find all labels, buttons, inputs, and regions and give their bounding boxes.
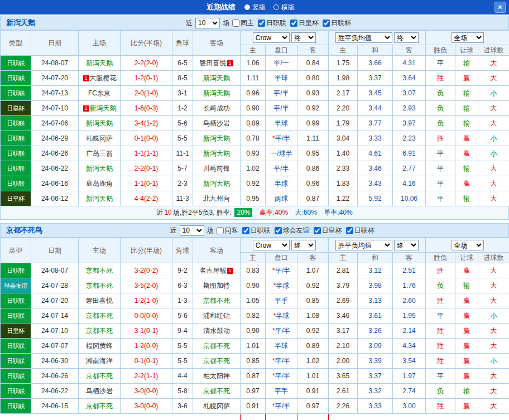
league-filter-checkbox[interactable] — [275, 227, 282, 234]
date-cell: 24-06-30 — [31, 354, 79, 369]
odds-home-cell: 1.06 — [241, 56, 266, 71]
avg-draw-cell: 3.37 — [358, 71, 393, 86]
odds-home-cell: 0.87 — [241, 369, 266, 384]
corners-cell: 5-5 — [172, 354, 193, 369]
avg-stage-select[interactable]: 终 — [394, 240, 419, 250]
recent-count-select[interactable]: 10 — [195, 18, 220, 28]
result-cell: 胜 — [426, 263, 455, 278]
odds-home-cell: 0.95 — [241, 191, 266, 206]
odds-company-select[interactable]: Crow — [253, 32, 290, 43]
near-label: 近 — [186, 18, 193, 28]
recent-count-select[interactable]: 10 — [180, 225, 204, 236]
goals-result-cell: 大 — [478, 56, 509, 71]
match-row: 日职联24-06-15京都不死3-0(0-0)3-6札幌冈萨0.91*平/半0.… — [1, 399, 509, 414]
scope-select[interactable]: 全场 — [452, 32, 484, 43]
handicap-cell: *半球 — [266, 308, 297, 324]
league-filter[interactable]: 日职联 — [242, 226, 271, 235]
date-cell: 24-07-28 — [31, 278, 79, 293]
away-team-cell: 新泻天鹅 — [193, 131, 241, 146]
goals-result-cell: 小 — [478, 354, 509, 369]
date-cell: 24-07-10 — [31, 324, 79, 339]
odds-away-cell: 1.01 — [297, 369, 329, 384]
result-cell: 胜 — [426, 71, 455, 86]
avg-draw-cell: 3.37 — [358, 369, 393, 384]
col-home-header: 主场 — [79, 238, 121, 263]
score-cell: 2-0(1-0) — [121, 86, 172, 101]
league-filter[interactable]: 日联杯 — [346, 226, 374, 235]
league-filter-checkbox[interactable] — [323, 20, 330, 27]
sub-avg-home-header: 主 — [329, 253, 358, 263]
goals-result-cell: 大 — [478, 116, 509, 131]
league-badge: 日职联 — [1, 146, 31, 161]
odds-home-cell: 0.78 — [241, 131, 266, 146]
league-filter-checkbox[interactable] — [346, 227, 353, 234]
avg-stage-select[interactable]: 终 — [394, 32, 419, 43]
odds-home-cell: 0.91 — [241, 399, 266, 414]
handicap-cell: *平/半 — [266, 263, 297, 278]
corners-cell: 9-2 — [172, 263, 193, 278]
league-filter-checkbox[interactable] — [242, 227, 249, 234]
league-badge: 日职联 — [1, 339, 31, 353]
league-badge: 日职联 — [1, 399, 31, 413]
avg-home-cell: 2.20 — [329, 101, 358, 116]
score-cell: 1-1(1-1) — [121, 146, 172, 161]
same-venue-filter[interactable]: 同客 — [217, 226, 238, 235]
league-filter[interactable]: 日皇杯 — [290, 18, 319, 28]
handicap-result-cell: 赢 — [455, 354, 478, 369]
league-filter[interactable]: 球会友谊 — [275, 226, 310, 235]
unit-label: 场 — [223, 18, 229, 28]
goals-result-cell: 大 — [478, 399, 509, 414]
result-cell: 胜 — [426, 354, 455, 369]
home-team-cell: 福冈黄蜂 — [79, 339, 121, 354]
match-row: 日职联24-07-14京都不死0-0(0-0)5-6浦和红钻0.82*半球1.0… — [1, 308, 509, 324]
home-team-cell: FC东京 — [79, 86, 121, 101]
same-venue-checkbox[interactable] — [232, 20, 239, 27]
match-row: 日职联24-06-30湘南海洋0-1(0-1)5-5京都不死0.85*平/半1.… — [1, 354, 509, 369]
odds-stage-select[interactable]: 终 — [291, 32, 316, 43]
matches-table: 类型 日期 主场 比分(半场) 角球 客场 Crow 终 胜平负均值 终 — [0, 238, 509, 420]
odds-home-cell: 0.85 — [241, 354, 266, 369]
date-cell: 24-07-20 — [31, 293, 79, 308]
match-row: 日皇杯24-07-101新泻天鹅1-6(0-3)1-2长崎成功0.90平/半0.… — [1, 101, 509, 116]
league-badge: 日职联 — [1, 131, 31, 146]
unit-label: 场 — [207, 226, 214, 235]
avg-select-group: 胜平负均值 终 — [329, 238, 426, 253]
same-venue-checkbox[interactable] — [217, 227, 224, 234]
match-row: 日职联24-07-07福冈黄蜂1-2(0-0)5-5京都不死1.01半球0.89… — [1, 339, 509, 354]
avg-home-cell: 3.65 — [329, 369, 358, 384]
scope-select[interactable]: 全场 — [452, 240, 484, 250]
league-filter[interactable]: 日皇杯 — [314, 226, 342, 235]
avg-home-cell: 1.40 — [329, 146, 358, 161]
corners-cell: 11-1 — [172, 146, 193, 161]
sub-result-header: 胜负 — [426, 45, 455, 56]
date-cell: 24-07-13 — [31, 86, 79, 101]
league-filter-checkbox[interactable] — [290, 20, 297, 27]
home-team-cell: 京都不死 — [79, 324, 121, 339]
odds-away-cell: 0.85 — [297, 293, 329, 308]
close-button[interactable]: × — [494, 2, 506, 13]
league-filter[interactable]: 日职联 — [258, 18, 286, 28]
horizontal-layout-label[interactable]: 横版 — [281, 3, 295, 12]
result-cell: 负 — [426, 384, 455, 399]
league-filter-checkbox[interactable] — [314, 227, 321, 234]
score-cell: 3-2(0-2) — [121, 263, 172, 278]
corners-cell: 8-5 — [172, 71, 193, 86]
vertical-layout-label[interactable]: 竖版 — [252, 3, 266, 12]
odds-stage-select[interactable]: 终 — [291, 240, 316, 250]
away-team-cell: 磐田喜悦1 — [193, 56, 241, 71]
league-badge: 日职联 — [1, 161, 31, 176]
handicap-cell: *平/半 — [266, 131, 297, 146]
league-filter-checkbox[interactable] — [258, 20, 265, 27]
vertical-layout-radio[interactable] — [244, 4, 250, 10]
same-venue-filter[interactable]: 同主 — [232, 18, 254, 28]
league-filter[interactable]: 日联杯 — [323, 18, 351, 28]
avg-type-select[interactable]: 胜平负均值 — [335, 240, 392, 250]
avg-type-select[interactable]: 胜平负均值 — [335, 32, 392, 43]
odds-company-select[interactable]: Crow — [253, 240, 290, 250]
corners-cell: 4-4 — [172, 369, 193, 384]
sub-result-header: 胜负 — [426, 253, 455, 263]
horizontal-layout-radio[interactable] — [273, 4, 279, 10]
corners-cell: 5-8 — [172, 384, 193, 399]
handicap-result-cell: 输 — [455, 384, 478, 399]
home-team-cell: 京都不死 — [79, 399, 121, 414]
